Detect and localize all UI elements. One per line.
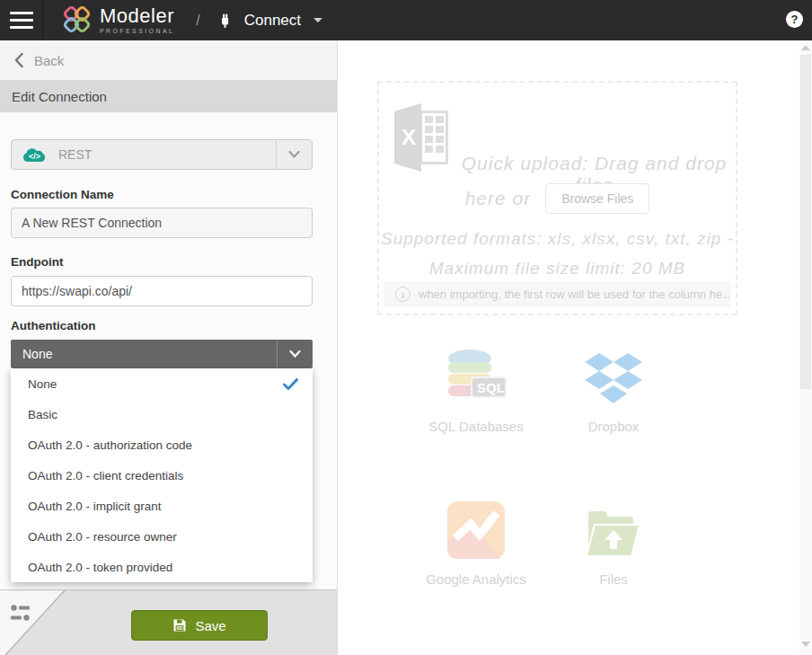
supported-formats-line1: Supported formats: xls, xlsx, csv, txt, …: [379, 229, 736, 249]
scroll-down-arrow[interactable]: [801, 642, 810, 651]
save-button[interactable]: Save: [131, 610, 268, 641]
authentication-select[interactable]: None: [11, 340, 313, 368]
import-note-text: when importing, the first row will be us…: [419, 288, 731, 301]
quick-upload-dropzone[interactable]: X Quick upload: Drag and drop files here…: [377, 81, 737, 315]
auth-option-oauth-implicit-grant[interactable]: OAuth 2.0 - implicit grant: [11, 491, 313, 521]
menu-button[interactable]: [0, 0, 43, 40]
breadcrumb-separator: /: [196, 13, 199, 29]
vertical-scrollbar[interactable]: [799, 40, 812, 655]
app-subtitle: PROFESSIONAL: [100, 28, 174, 34]
corner-fold: [0, 590, 74, 655]
back-label: Back: [34, 53, 64, 68]
authentication-chevron-segment[interactable]: [277, 340, 313, 368]
info-icon: i: [395, 287, 410, 302]
auth-option-none[interactable]: None: [11, 368, 313, 399]
connection-form: </> REST Connection Name Endpoint Authen…: [0, 112, 337, 589]
app-name: Modeler: [100, 6, 174, 26]
connector-type-value: REST: [58, 147, 92, 162]
import-note-row: i when importing, the first row will be …: [384, 281, 731, 307]
back-button[interactable]: Back: [0, 40, 337, 80]
excel-file-icon: X: [394, 103, 452, 172]
check-icon: [283, 378, 298, 390]
edit-connection-panel: Back Edit Connection </> REST Connection…: [0, 40, 338, 655]
top-bar: Modeler PROFESSIONAL / Connect ?: [0, 0, 812, 40]
auth-option-basic[interactable]: Basic: [11, 399, 313, 429]
service-label: SQL Databases: [409, 419, 543, 434]
chevron-down-icon: [289, 350, 301, 358]
connector-chevron-segment[interactable]: [276, 140, 312, 169]
sql-databases-icon: SQL: [409, 344, 543, 407]
service-dropbox[interactable]: Dropbox: [546, 344, 681, 434]
service-label: Google Analytics: [409, 571, 543, 587]
help-button[interactable]: ?: [786, 11, 803, 28]
panel-footer: Save: [0, 589, 337, 655]
svg-text:SQL: SQL: [477, 380, 505, 395]
browse-files-button[interactable]: Browse Files: [545, 183, 649, 214]
help-glyph: ?: [791, 13, 799, 26]
floppy-save-icon: [172, 618, 187, 633]
connection-name-label: Connection Name: [11, 188, 114, 201]
save-label: Save: [195, 618, 225, 633]
connect-menu[interactable]: Connect: [216, 11, 322, 30]
connection-name-input[interactable]: [11, 208, 313, 238]
section-title: Connect: [244, 12, 301, 30]
svg-text:</>: </>: [29, 152, 40, 161]
authentication-dropdown-menu: None Basic OAuth 2.0 - authorization cod…: [11, 368, 313, 582]
service-label: Dropbox: [546, 419, 681, 434]
svg-text:X: X: [402, 125, 416, 149]
chevron-down-icon: [313, 18, 322, 22]
connector-type-select[interactable]: </> REST: [11, 139, 313, 170]
app-window: Modeler PROFESSIONAL / Connect ?: [0, 0, 812, 655]
auth-option-oauth-authorization-code[interactable]: OAuth 2.0 - authorization code: [11, 429, 313, 460]
modeler-logo-icon: [63, 6, 92, 35]
auth-option-oauth-token-provided[interactable]: OAuth 2.0 - token provided: [11, 552, 313, 582]
settings-sliders-icon[interactable]: [10, 604, 31, 622]
google-analytics-icon: [409, 497, 543, 560]
scroll-up-arrow[interactable]: [801, 45, 810, 54]
panel-title: Edit Connection: [0, 80, 337, 112]
app-wordmark: Modeler PROFESSIONAL: [100, 6, 174, 34]
authentication-label: Authentication: [11, 319, 96, 332]
service-files[interactable]: Files: [546, 497, 681, 587]
files-folder-icon: [546, 497, 681, 560]
authentication-value: None: [22, 347, 52, 361]
endpoint-input[interactable]: [11, 276, 313, 306]
dropbox-icon: [546, 344, 681, 407]
service-google-analytics[interactable]: Google Analytics: [409, 497, 543, 587]
app-logo: Modeler PROFESSIONAL: [63, 6, 174, 35]
connect-plug-icon: [216, 11, 235, 30]
connect-sources-area: X Quick upload: Drag and drop files here…: [339, 40, 799, 655]
scrollbar-thumb[interactable]: [800, 55, 811, 389]
auth-option-oauth-resource-owner[interactable]: OAuth 2.0 - resource owner: [11, 521, 313, 552]
endpoint-label: Endpoint: [11, 255, 63, 269]
chevron-down-icon: [288, 151, 300, 158]
auth-option-oauth-client-credentials[interactable]: OAuth 2.0 - client credentials: [11, 460, 313, 491]
chevron-left-icon: [14, 53, 23, 67]
upload-instruction-line2: here or Browse Files: [379, 183, 736, 214]
supported-formats-line2: Maximum file size limit: 20 MB: [379, 259, 736, 279]
faded-overlay-region: X Quick upload: Drag and drop files here…: [339, 40, 799, 655]
upload-instruction-prefix: here or: [465, 188, 532, 209]
service-sql-databases[interactable]: SQL SQL Databases: [409, 344, 543, 434]
service-label: Files: [546, 571, 681, 587]
rest-cloud-icon: </>: [22, 146, 46, 164]
